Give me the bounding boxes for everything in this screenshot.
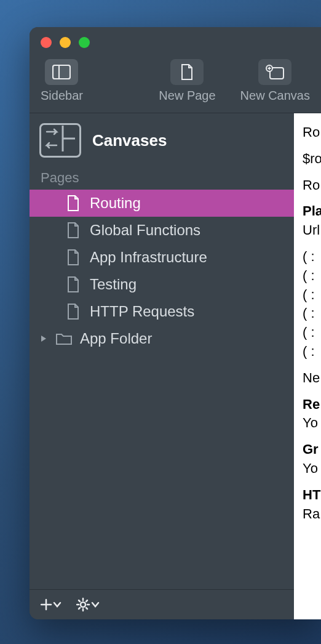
sidebar: Canvases Pages Routing Global Functions [30, 113, 294, 619]
content-line: Ra [303, 505, 321, 524]
content-line: ( : [303, 248, 321, 267]
add-menu-button[interactable] [41, 598, 61, 611]
svg-line-16 [86, 608, 87, 609]
content-line: Re [303, 395, 321, 414]
content-line: Yo [303, 459, 321, 478]
page-item-label: Testing [90, 276, 137, 293]
content-line: Url [303, 221, 321, 240]
page-icon [66, 222, 80, 238]
new-page-label: New Page [159, 89, 215, 103]
traffic-lights [41, 37, 310, 48]
folder-item-app-folder[interactable]: App Folder [30, 325, 294, 352]
content-line: ( : [303, 342, 321, 361]
content-panel: Ro $ro Ro Pla Url ( : ( : ( : ( : ( : ( … [294, 113, 321, 619]
page-item-label: Routing [90, 195, 141, 212]
minimize-window-button[interactable] [60, 37, 71, 48]
new-canvas-icon [258, 59, 291, 85]
new-canvas-button[interactable]: New Canvas [240, 59, 310, 103]
page-item-routing[interactable]: Routing [30, 190, 294, 217]
canvases-header[interactable]: Canvases [30, 113, 294, 170]
content-line: Pla [303, 202, 321, 221]
content-line: Ro [303, 176, 321, 195]
sidebar-footer [30, 589, 294, 619]
page-icon [66, 304, 80, 320]
app-window: Sidebar New Page [30, 27, 321, 619]
page-icon [66, 276, 80, 292]
pages-section-label: Pages [30, 170, 294, 190]
sidebar-icon [45, 59, 78, 85]
svg-line-18 [86, 600, 87, 602]
content-line: $ro [303, 150, 321, 169]
page-item-label: App Infrastructure [90, 249, 207, 266]
canvases-label: Canvases [92, 131, 167, 150]
new-page-button[interactable]: New Page [159, 59, 215, 103]
svg-rect-0 [53, 65, 70, 79]
titlebar: Sidebar New Page [30, 27, 321, 113]
page-icon [66, 249, 80, 265]
sidebar-toggle-label: Sidebar [41, 89, 83, 103]
content-line: ( : [303, 323, 321, 342]
page-item-testing[interactable]: Testing [30, 271, 294, 298]
body-area: Canvases Pages Routing Global Functions [30, 113, 321, 619]
content-line: Ne [303, 369, 321, 388]
page-item-label: HTTP Requests [90, 303, 194, 320]
content-line: ( : [303, 286, 321, 305]
svg-line-15 [79, 600, 80, 602]
content-line: ( : [303, 304, 321, 323]
content-line: Yo [303, 414, 321, 433]
page-item-app-infrastructure[interactable]: App Infrastructure [30, 244, 294, 271]
close-window-button[interactable] [41, 37, 52, 48]
zoom-window-button[interactable] [79, 37, 90, 48]
content-line: HT [303, 486, 321, 505]
toolbar: Sidebar New Page [41, 59, 310, 103]
folder-icon [55, 332, 73, 345]
page-icon [66, 195, 80, 211]
canvases-icon [39, 123, 81, 158]
content-line: Gr [303, 440, 321, 459]
svg-line-17 [79, 608, 80, 609]
content-line: ( : [303, 267, 321, 286]
page-item-label: Global Functions [90, 222, 200, 239]
disclosure-triangle-icon[interactable] [39, 334, 48, 343]
page-item-global-functions[interactable]: Global Functions [30, 217, 294, 244]
settings-menu-button[interactable] [76, 597, 100, 612]
new-canvas-label: New Canvas [240, 89, 310, 103]
sidebar-toggle-button[interactable]: Sidebar [41, 59, 83, 103]
page-item-http-requests[interactable]: HTTP Requests [30, 298, 294, 325]
svg-point-10 [81, 602, 85, 607]
content-line: Ro [303, 123, 321, 142]
folder-item-label: App Folder [80, 330, 152, 347]
new-page-icon [170, 59, 204, 85]
